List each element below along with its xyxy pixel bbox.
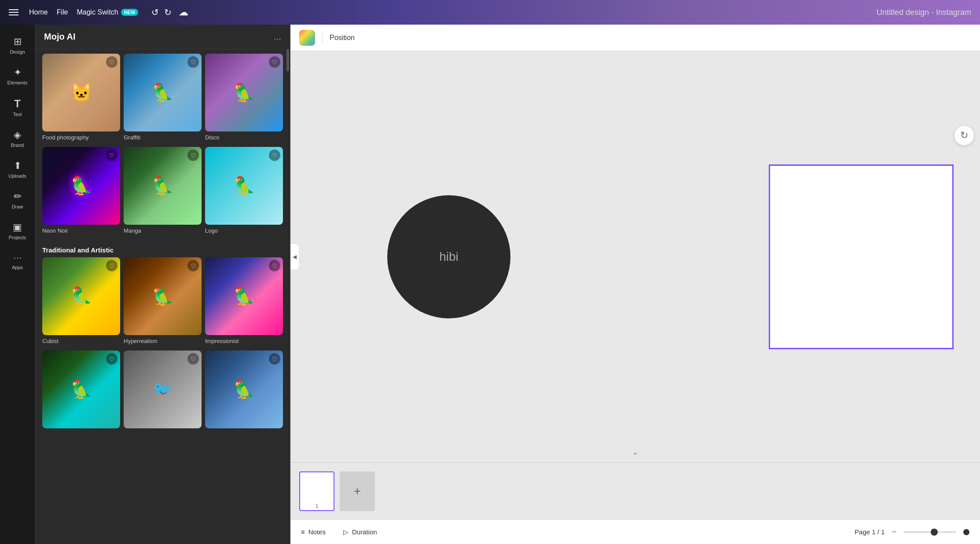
neon-thumbnail: 🦜 ♡ <box>42 147 120 225</box>
zoom-dot-icon <box>963 529 969 535</box>
hibi-text: hibi <box>439 250 459 264</box>
nav-magic-switch[interactable]: Magic Switch NEW <box>77 8 138 16</box>
sidebar-label-elements: Elements <box>7 80 28 85</box>
b1-favorite-button[interactable]: ♡ <box>106 353 117 365</box>
position-label: Position <box>330 34 355 42</box>
logo-label: Logo <box>205 225 283 235</box>
toolbar-divider <box>322 31 323 44</box>
image-card-cubist[interactable]: 🦜 ♡ <box>42 257 120 335</box>
hibi-circle[interactable]: hibi <box>387 195 510 318</box>
redo-button[interactable]: ↻ <box>164 7 172 18</box>
grid-item-cubist: 🦜 ♡ Cubist <box>42 257 120 345</box>
image-card-disco[interactable]: 🦜 ♡ <box>205 54 283 131</box>
graffiti-thumbnail: 🦜 ♡ <box>124 54 202 131</box>
canvas-workspace[interactable]: ◀ hibi ↻ ⌄ <box>290 51 980 462</box>
b3-favorite-button[interactable]: ♡ <box>269 353 280 365</box>
image-card-neon[interactable]: 🦜 ♡ <box>42 147 120 225</box>
topbar: Home File Magic Switch NEW ↺ ↻ ☁ Untitle… <box>0 0 980 25</box>
cubist-thumbnail: 🦜 ♡ <box>42 257 120 335</box>
panel: Mojo AI ... 🐱 ♡ <box>35 25 290 544</box>
dropdown-arrow-icon[interactable]: ⌄ <box>632 447 639 457</box>
image-card-impressionist[interactable]: 🦜 ♡ <box>205 257 283 335</box>
image-card-b3[interactable]: 🦜 ♡ <box>205 350 283 428</box>
sidebar-item-elements[interactable]: ✦ Elements <box>2 62 33 90</box>
notes-button[interactable]: ≡ Notes <box>301 528 326 536</box>
canvas-rectangle[interactable] <box>769 164 954 349</box>
magic-switch-label: Magic Switch <box>77 8 118 16</box>
impressionist-favorite-button[interactable]: ♡ <box>269 260 280 271</box>
sidebar-label-apps: Apps <box>12 265 23 270</box>
manga-thumbnail: 🦜 ♡ <box>124 147 202 225</box>
impressionist-label: Impressionist <box>205 335 283 345</box>
grid-item-graffiti: 🦜 ♡ Graffiti <box>124 54 202 142</box>
sidebar-item-text[interactable]: T Text <box>2 93 33 121</box>
undo-button[interactable]: ↺ <box>151 7 159 18</box>
image-card-b2[interactable]: 🐦 ♡ <box>124 350 202 428</box>
image-card-logo[interactable]: 🦜 ♡ <box>205 147 283 225</box>
image-grid-2: 🦜 ♡ Neon Noir 🦜 ♡ <box>42 147 283 235</box>
manga-favorite-button[interactable]: ♡ <box>187 150 199 161</box>
cloud-icon[interactable]: ☁ <box>179 7 188 18</box>
grid-item-disco: 🦜 ♡ Disco <box>205 54 283 142</box>
grid-item-logo: 🦜 ♡ Logo <box>205 147 283 235</box>
topbar-center: ↺ ↻ ☁ <box>151 7 188 18</box>
grid-item-food: 🐱 ♡ Food photography <box>42 54 120 142</box>
elements-icon: ✦ <box>14 67 22 78</box>
image-card-hyper[interactable]: 🦜 ♡ <box>124 257 202 335</box>
apps-icon: ⋯ <box>13 252 22 263</box>
duration-button[interactable]: ▷ Duration <box>343 528 377 536</box>
grid-item-b1: 🦜 ♡ <box>42 350 120 428</box>
panel-header: Mojo AI ... <box>35 25 290 49</box>
grid-item-impressionist: 🦜 ♡ Impressionist <box>205 257 283 345</box>
sidebar-item-design[interactable]: ⊞ Design <box>2 32 33 59</box>
neon-favorite-button[interactable]: ♡ <box>106 150 117 161</box>
hyper-label: Hyperrealism <box>124 335 202 345</box>
text-icon: T <box>14 98 21 110</box>
menu-icon[interactable] <box>9 9 18 15</box>
scroll-bar[interactable] <box>286 49 289 71</box>
projects-icon: ▣ <box>13 222 22 233</box>
cubist-favorite-button[interactable]: ♡ <box>106 260 117 271</box>
sidebar-item-apps[interactable]: ⋯ Apps <box>2 248 33 274</box>
sidebar-item-uploads[interactable]: ⬆ Uploads <box>2 156 33 183</box>
food-favorite-button[interactable]: ♡ <box>106 56 117 68</box>
color-swatch[interactable] <box>299 30 315 46</box>
grid-item-hyper: 🦜 ♡ Hyperrealism <box>124 257 202 345</box>
image-grid-1: 🐱 ♡ Food photography 🦜 ♡ <box>42 54 283 142</box>
grid-item-neon: 🦜 ♡ Neon Noir <box>42 147 120 235</box>
undo-redo: ↺ ↻ <box>151 7 172 18</box>
add-page-button[interactable]: + <box>340 471 375 511</box>
logo-thumbnail: 🦜 ♡ <box>205 147 283 225</box>
draw-icon: ✏ <box>14 191 22 202</box>
design-icon: ⊞ <box>14 36 22 47</box>
hyper-favorite-button[interactable]: ♡ <box>187 260 199 271</box>
hide-panel-button[interactable]: ◀ <box>290 244 299 270</box>
page-info: Page 1 / 1 <box>855 528 885 536</box>
panel-content: 🐱 ♡ Food photography 🦜 ♡ <box>35 49 290 544</box>
graffiti-label: Graffiti <box>124 131 202 142</box>
image-card-manga[interactable]: 🦜 ♡ <box>124 147 202 225</box>
sidebar-item-draw[interactable]: ✏ Draw <box>2 186 33 214</box>
image-card-graffiti[interactable]: 🦜 ♡ <box>124 54 202 131</box>
image-grid-traditional: 🦜 ♡ Cubist 🦜 ♡ <box>42 257 283 345</box>
refresh-icon[interactable]: ↻ <box>954 126 974 145</box>
zoom-slider[interactable] <box>903 531 956 533</box>
sidebar-item-projects[interactable]: ▣ Projects <box>2 217 33 245</box>
duration-icon: ▷ <box>343 528 349 536</box>
page-thumbnail-1[interactable]: 1 <box>299 471 334 511</box>
image-card-b1[interactable]: 🦜 ♡ <box>42 350 120 428</box>
hide-panel-icon: ◀ <box>293 254 297 260</box>
nav-file[interactable]: File <box>57 8 68 16</box>
duration-label: Duration <box>352 528 377 536</box>
nav-home[interactable]: Home <box>29 8 48 16</box>
graffiti-favorite-button[interactable]: ♡ <box>187 56 199 68</box>
sidebar-item-brand[interactable]: ◈ Brand <box>2 125 33 152</box>
logo-favorite-button[interactable]: ♡ <box>269 150 280 161</box>
image-card-food[interactable]: 🐱 ♡ <box>42 54 120 131</box>
impressionist-thumbnail: 🦜 ♡ <box>205 257 283 335</box>
brand-icon: ◈ <box>14 129 21 141</box>
panel-more-button[interactable]: ... <box>274 32 281 42</box>
sidebar-label-projects: Projects <box>9 235 26 240</box>
b2-favorite-button[interactable]: ♡ <box>187 353 199 365</box>
disco-favorite-button[interactable]: ♡ <box>269 56 280 68</box>
